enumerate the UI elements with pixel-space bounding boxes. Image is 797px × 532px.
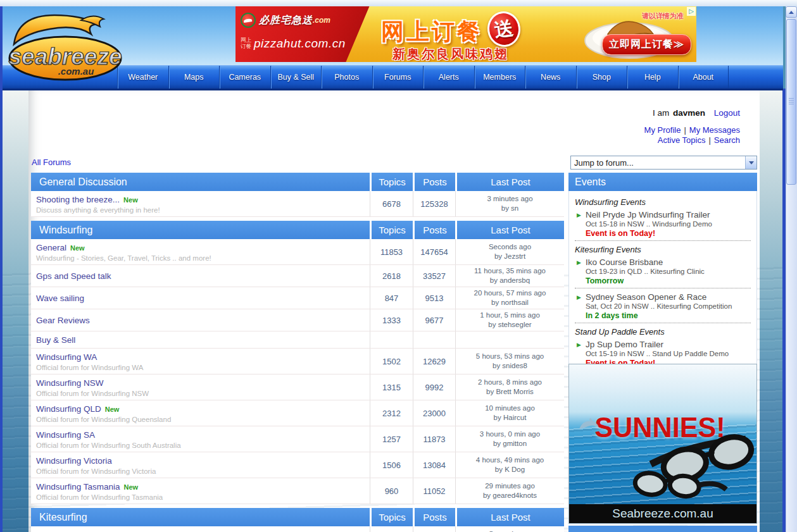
forum-link[interactable]: Wave sailing <box>36 294 84 303</box>
forum-row: Buy & Sell <box>31 331 564 349</box>
topics-count: 22305 <box>370 526 413 532</box>
nav-item-shop[interactable]: Shop <box>576 66 627 89</box>
dolphin-image <box>578 418 599 434</box>
section-title: Kitesurfing <box>31 508 370 526</box>
last-post-time: 3 minutes ago <box>487 194 532 204</box>
new-badge: New <box>70 244 85 252</box>
my-messages-link[interactable]: My Messages <box>689 125 740 135</box>
event-title[interactable]: Iko Course Brisbane <box>586 257 705 267</box>
posts-count: 9677 <box>413 309 455 331</box>
forum-link[interactable]: Windsurfing WA <box>36 352 97 362</box>
nav-item-buy-sell[interactable]: Buy & Sell <box>270 66 322 89</box>
topics-count: 1506 <box>370 452 413 478</box>
forum-name-line: Buy & Sell <box>36 334 365 345</box>
forum-name-line: Windsurfing SA <box>36 429 365 440</box>
event-title[interactable]: Neil Pryde Jp Windsurfing Trailer <box>586 210 712 220</box>
forum-name-cell: Windsurfing SAOfficial forum for Windsur… <box>31 426 370 452</box>
last-post-cell: Seconds agoby SaveTheWhales <box>455 526 564 532</box>
event-item: ▶Neil Pryde Jp Windsurfing TrailerOct 15… <box>575 210 751 238</box>
forum-link[interactable]: Windsurfing QLD <box>36 404 101 414</box>
forum-name-cell: GeneralNewWindsurfing - Stories, Gear, T… <box>31 239 370 264</box>
jump-to-forum-dropdown[interactable]: Jump to forum... <box>570 156 757 170</box>
column-header-topics: Topics <box>370 173 413 191</box>
forum-table: General DiscussionTopicsPostsLast PostSh… <box>31 173 564 532</box>
adchoices-icon[interactable]: ▷ <box>687 7 696 16</box>
forum-name-cell: Windsurfing VictoriaOfficial forum for W… <box>31 452 370 478</box>
forum-name-cell: Gps and Speed talk <box>31 265 370 287</box>
banner-cta-button[interactable]: 立即网上订餐≫ <box>602 34 691 55</box>
last-post-cell: 1 hour, 5 mins agoby stehsegler <box>455 309 564 331</box>
banner-headline: 网上订餐 <box>381 16 482 47</box>
forum-link[interactable]: Windsurfing NSW <box>36 378 104 388</box>
scrollbar-thumb[interactable] <box>786 19 796 185</box>
nav-item-help[interactable]: Help <box>627 66 678 89</box>
posts-count: 13084 <box>413 452 455 478</box>
dropdown-arrow-button[interactable] <box>745 156 756 169</box>
section-title: Windsurfing <box>31 221 370 239</box>
nav-item-photos[interactable]: Photos <box>321 66 372 89</box>
sunnies-ad[interactable]: SUNNIES! Seabre <box>568 364 757 524</box>
forum-link[interactable]: Windsurfing Victoria <box>36 456 112 466</box>
column-header-last-post: Last Post <box>455 508 564 526</box>
forum-row: Shooting the breeze...NewDiscuss anythin… <box>31 191 564 217</box>
topics-count: 1315 <box>370 374 413 400</box>
new-badge: New <box>123 196 138 204</box>
forum-link[interactable]: Windsurfing Tasmania <box>36 482 120 492</box>
last-post-author: by snides8 <box>493 361 527 371</box>
logout-link[interactable]: Logout <box>714 108 740 118</box>
event-title[interactable]: Sydney Season Opener & Race <box>586 292 732 302</box>
forum-name-cell: Shooting the breeze...NewDiscuss anythin… <box>31 191 370 216</box>
forum-link[interactable]: Buy & Sell <box>36 335 75 345</box>
forum-section-windsurfing: WindsurfingTopicsPostsLast PostGeneralNe… <box>31 221 564 504</box>
banner-ad[interactable]: 必胜宅急送 .com 网上 订餐 pizzahut.com.cn 网上订餐 送 … <box>235 6 696 62</box>
forum-name-cell: Windsurfing QLDNewOfficial forum for Win… <box>31 400 370 426</box>
last-post-cell: 10 minutes agoby Haircut <box>455 400 564 426</box>
forum-name-line: GeneralNew <box>36 242 365 253</box>
last-post-time: 10 minutes ago <box>485 404 535 413</box>
last-post-time: Seconds ago <box>489 529 531 532</box>
nav-item-about[interactable]: About <box>678 66 729 89</box>
dotted-separator <box>575 323 751 323</box>
forum-link[interactable]: Shooting the breeze... <box>36 195 120 204</box>
last-post-cell: Seconds agoby Jezstrt <box>455 239 564 264</box>
scrollbar-up-button[interactable] <box>786 6 797 18</box>
last-post-time: 4 hours, 49 mins ago <box>476 455 544 465</box>
forum-link[interactable]: Windsurfing SA <box>36 430 95 440</box>
column-header-posts: Posts <box>413 173 455 191</box>
event-arrow-icon: ▶ <box>577 259 581 285</box>
search-link[interactable]: Search <box>714 135 740 145</box>
nav-item-alerts[interactable]: Alerts <box>423 66 474 89</box>
nav-item-forums[interactable]: Forums <box>372 66 424 89</box>
forum-section-kitesurfing: KitesurfingTopicsPostsLast PostGeneralNe… <box>31 508 564 532</box>
topics-count: 960 <box>370 478 413 504</box>
my-profile-link[interactable]: My Profile <box>644 125 681 135</box>
breadcrumb[interactable]: All Forums <box>32 158 71 167</box>
forum-link[interactable]: Gear Reviews <box>36 316 90 325</box>
banner-order-mini-text: 网上 订餐 <box>241 37 251 50</box>
event-content: Iko Course BrisbaneOct 19-23 in QLD .. K… <box>586 257 705 285</box>
event-title[interactable]: Jp Sup Demo Trailer <box>586 340 729 349</box>
active-topics-link[interactable]: Active Topics <box>658 135 706 145</box>
banner-url-text: pizzahut.com.cn <box>254 37 346 51</box>
topics-count: 2312 <box>370 400 413 426</box>
seabreeze-logo-image: seabreeze .com.au <box>5 8 125 82</box>
seabreeze-logo[interactable]: seabreeze .com.au <box>5 8 125 82</box>
posts-count: 125328 <box>413 191 455 216</box>
user-links-row-1: My Profile|My Messages <box>509 125 740 135</box>
last-post-author: by Jezstrt <box>494 252 525 261</box>
topics-count <box>370 331 413 348</box>
column-header-posts: Posts <box>413 508 455 526</box>
events-panel: Events Windsurfing Events▶Neil Pryde Jp … <box>568 173 757 389</box>
forum-name-line: Shooting the breeze...New <box>36 194 365 205</box>
last-post-author: by gmitton <box>493 439 527 448</box>
last-post-cell: 11 hours, 35 mins agoby andersbq <box>455 265 564 287</box>
nav-item-news[interactable]: News <box>525 66 576 89</box>
forum-link[interactable]: General <box>36 243 66 252</box>
nav-item-maps[interactable]: Maps <box>168 66 220 89</box>
nav-item-members[interactable]: Members <box>474 66 525 89</box>
forum-link[interactable]: Gps and Speed talk <box>36 271 111 281</box>
nav-item-cameras[interactable]: Cameras <box>219 66 270 89</box>
forum-row: Wave sailing847951320 hours, 57 mins ago… <box>31 287 564 309</box>
forum-description: Official forum for Windsurfing NSW <box>36 390 365 397</box>
user-status-line: I am davmen Logout <box>509 108 740 118</box>
